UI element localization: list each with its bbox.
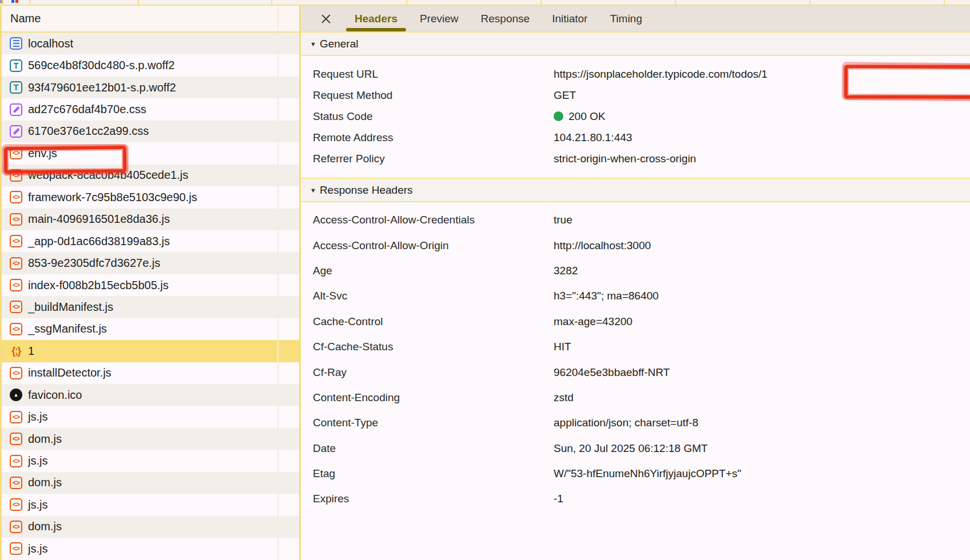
request-row-dom.js[interactable]: <>dom.js bbox=[2, 516, 277, 538]
tab-response[interactable]: Response bbox=[481, 6, 530, 31]
detail-tabbar: HeadersPreviewResponseInitiatorTiming bbox=[301, 6, 970, 33]
script-icon: <> bbox=[10, 521, 22, 533]
disclosure-triangle-icon[interactable]: ▼ bbox=[310, 187, 316, 194]
toolbar-cell-divider bbox=[540, 0, 542, 5]
header-value-text: 96204e5e3bbaebff-NRT bbox=[554, 366, 670, 379]
header-value-text: Sun, 20 Jul 2025 06:12:18 GMT bbox=[554, 442, 707, 455]
section-header-resp[interactable]: ▼Response Headers bbox=[301, 178, 970, 202]
request-row-569ce4b8f30dc480-s.p.woff2[interactable]: T569ce4b8f30dc480-s.p.woff2 bbox=[2, 54, 277, 76]
toolbar-cell-divider bbox=[271, 0, 272, 5]
request-row-env.js[interactable]: <>env.js bbox=[2, 142, 277, 164]
toolbar-cell-divider bbox=[675, 0, 676, 5]
header-value: max-age=43200 bbox=[554, 315, 633, 328]
request-row-853-9e2305dfc7d3627e.js[interactable]: <>853-9e2305dfc7d3627e.js bbox=[2, 252, 277, 274]
request-name: js.js bbox=[28, 542, 47, 555]
name-column-header[interactable]: Name bbox=[2, 6, 277, 33]
request-name: env.js bbox=[28, 147, 57, 160]
tab-headers[interactable]: Headers bbox=[355, 6, 397, 31]
header-row-Status Code: Status Code200 OK bbox=[301, 106, 970, 127]
header-value-text: zstd bbox=[554, 391, 574, 404]
request-row-1[interactable]: {;}1 bbox=[2, 340, 277, 362]
request-name: framework-7c95b8e5103c9e90.js bbox=[28, 191, 197, 204]
request-row-js.js[interactable]: <>js.js bbox=[2, 406, 277, 427]
request-rows: localhostT569ce4b8f30dc480-s.p.woff2T93f… bbox=[2, 33, 277, 560]
header-name: Referrer Policy bbox=[301, 153, 554, 165]
script-icon: <> bbox=[10, 323, 22, 335]
tab-timing[interactable]: Timing bbox=[610, 6, 642, 31]
header-row-Content-Type: Content-Typeapplication/json; charset=ut… bbox=[301, 410, 970, 435]
section-title: General bbox=[320, 38, 359, 50]
header-name: Cf-Ray bbox=[301, 366, 554, 379]
close-icon[interactable] bbox=[320, 13, 332, 25]
request-name: 853-9e2305dfc7d3627e.js bbox=[28, 257, 160, 270]
header-value-text: HIT bbox=[554, 341, 571, 353]
header-name: Access-Control-Allow-Credentials bbox=[301, 214, 554, 226]
request-row-ad27c676daf4b70e.css[interactable]: ad27c676daf4b70e.css bbox=[2, 98, 277, 120]
script-icon: <> bbox=[10, 257, 22, 270]
request-row-js.js[interactable]: <>js.js bbox=[2, 494, 277, 515]
header-row-Remote Address: Remote Address104.21.80.1:443 bbox=[301, 127, 970, 148]
header-value-text: W/"53-hfEnumeNh6YirfjyjaujcOPPT+s" bbox=[554, 467, 741, 480]
header-name: Cf-Cache-Status bbox=[301, 341, 554, 353]
request-name: _ssgManifest.js bbox=[28, 322, 107, 335]
request-name: 1 bbox=[28, 345, 34, 358]
header-value: 96204e5e3bbaebff-NRT bbox=[554, 366, 670, 379]
section-header-general[interactable]: ▼General bbox=[301, 33, 970, 56]
request-row-framework-7c95b8e5103c9e90.js[interactable]: <>framework-7c95b8e5103c9e90.js bbox=[2, 186, 277, 208]
header-row-Access-Control-Allow-Origin: Access-Control-Allow-Originhttp://localh… bbox=[301, 233, 970, 258]
red-mark bbox=[15, 0, 18, 3]
header-value-text: max-age=43200 bbox=[554, 315, 633, 328]
header-row-Access-Control-Allow-Credentials: Access-Control-Allow-Credentialstrue bbox=[301, 207, 970, 233]
tab-preview[interactable]: Preview bbox=[420, 6, 459, 31]
request-row-93f479601ee12b01-s.p.woff2[interactable]: T93f479601ee12b01-s.p.woff2 bbox=[2, 77, 277, 98]
request-row-installDetector.js[interactable]: <>installDetector.js bbox=[2, 362, 277, 384]
header-value: GET bbox=[554, 89, 576, 102]
script-icon: <> bbox=[10, 147, 22, 159]
toolbar-cell-divider bbox=[809, 0, 810, 5]
header-row-Cf-Cache-Status: Cf-Cache-StatusHIT bbox=[301, 334, 970, 359]
document-icon bbox=[10, 37, 22, 50]
request-row-index-f008b2b15ecb5b05.js[interactable]: <>index-f008b2b15ecb5b05.js bbox=[2, 274, 277, 296]
request-name: dom.js bbox=[28, 476, 62, 489]
header-name: Content-Encoding bbox=[301, 391, 554, 404]
request-row-_buildManifest.js[interactable]: <>_buildManifest.js bbox=[2, 296, 277, 318]
network-panel: Name localhostT569ce4b8f30dc480-s.p.woff… bbox=[0, 6, 970, 560]
header-value: 104.21.80.1:443 bbox=[554, 131, 632, 144]
request-name: _buildManifest.js bbox=[28, 301, 113, 314]
request-name: dom.js bbox=[28, 520, 62, 533]
script-icon: <> bbox=[10, 301, 22, 313]
script-icon: <> bbox=[10, 498, 22, 511]
request-name: js.js bbox=[28, 410, 47, 423]
request-list-pane: Name localhostT569ce4b8f30dc480-s.p.woff… bbox=[0, 6, 279, 560]
request-row-js.js[interactable]: <>js.js bbox=[2, 538, 277, 559]
section-resp: ▼Response HeadersAccess-Control-Allow-Cr… bbox=[301, 178, 970, 512]
header-name: Request Method bbox=[301, 89, 554, 102]
tab-initiator[interactable]: Initiator bbox=[552, 6, 587, 31]
section-title: Response Headers bbox=[320, 184, 413, 197]
request-name: installDetector.js bbox=[28, 366, 112, 379]
toolbar-cell-divider bbox=[406, 0, 407, 5]
toolbar-cell-divider bbox=[944, 0, 945, 5]
cropped-toolbar-strip bbox=[0, 0, 970, 6]
request-name: ad27c676daf4b70e.css bbox=[28, 103, 146, 116]
request-row-webpack-8cac0b4b405cede1.js[interactable]: <>webpack-8cac0b4b405cede1.js bbox=[2, 165, 277, 186]
request-row-dom.js[interactable]: <>dom.js bbox=[2, 428, 277, 450]
stylesheet-icon bbox=[10, 125, 22, 138]
script-icon: <> bbox=[10, 411, 22, 423]
name-column-label: Name bbox=[10, 12, 41, 25]
header-value-text: true bbox=[554, 214, 573, 226]
request-row-js.js[interactable]: <>js.js bbox=[2, 450, 277, 471]
request-row-main-4096916501e8da36.js[interactable]: <>main-4096916501e8da36.js bbox=[2, 209, 277, 230]
header-value: application/json; charset=utf-8 bbox=[554, 417, 698, 429]
request-row-_app-0d1ac66d38199a83.js[interactable]: <>_app-0d1ac66d38199a83.js bbox=[2, 230, 277, 252]
request-row-localhost[interactable]: localhost bbox=[2, 33, 277, 54]
request-row-_ssgManifest.js[interactable]: <>_ssgManifest.js bbox=[2, 318, 277, 340]
request-row-favicon.ico[interactable]: ▲favicon.ico bbox=[2, 384, 277, 406]
request-name: index-f008b2b15ecb5b05.js bbox=[28, 279, 169, 292]
request-row-6170e376e1cc2a99.css[interactable]: 6170e376e1cc2a99.css bbox=[2, 121, 277, 142]
header-name: Expires bbox=[301, 493, 554, 505]
blue-mark bbox=[11, 0, 14, 3]
disclosure-triangle-icon[interactable]: ▼ bbox=[310, 41, 316, 47]
header-name: Status Code bbox=[301, 110, 554, 123]
request-row-dom.js[interactable]: <>dom.js bbox=[2, 472, 277, 494]
